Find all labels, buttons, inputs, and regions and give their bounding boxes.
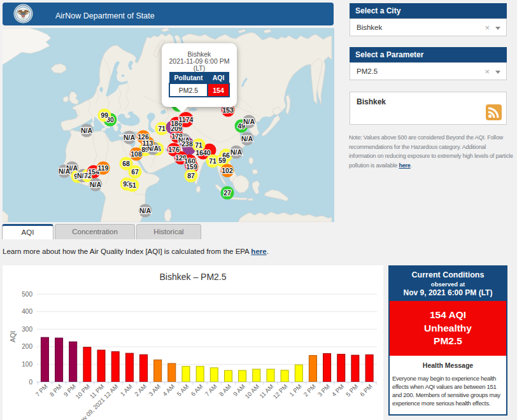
svg-text:2 AM: 2 AM — [133, 383, 148, 398]
svg-text:7 PM: 7 PM — [34, 383, 49, 398]
svg-text:N/A: N/A — [241, 135, 253, 143]
svg-text:4 AM: 4 AM — [161, 383, 176, 398]
svg-text:N/A: N/A — [81, 127, 93, 134]
svg-text:102: 102 — [222, 167, 233, 174]
svg-text:8 AM: 8 AM — [218, 383, 232, 398]
svg-text:126: 126 — [138, 133, 149, 141]
svg-text:12 PM: 12 PM — [271, 383, 288, 400]
svg-text:100: 100 — [22, 361, 32, 368]
svg-text:AQI: AQI — [9, 331, 17, 342]
svg-text:200: 200 — [22, 343, 32, 350]
svg-text:6 AM: 6 AM — [190, 383, 204, 398]
svg-text:6 PM: 6 PM — [358, 383, 374, 398]
svg-text:71: 71 — [209, 157, 216, 165]
svg-text:159: 159 — [186, 163, 197, 171]
svg-text:68: 68 — [122, 160, 130, 167]
svg-text:0: 0 — [29, 379, 32, 386]
svg-text:27: 27 — [223, 189, 231, 197]
svg-text:N/A: N/A — [139, 207, 152, 214]
svg-text:10 AM: 10 AM — [243, 383, 260, 400]
svg-text:2 PM: 2 PM — [302, 383, 317, 398]
svg-text:176: 176 — [168, 146, 180, 153]
svg-text:1174: 1174 — [179, 116, 194, 123]
svg-text:238: 238 — [181, 140, 193, 148]
svg-text:99: 99 — [101, 111, 108, 119]
svg-text:3 AM: 3 AM — [147, 383, 162, 398]
svg-text:3 PM: 3 PM — [316, 383, 332, 398]
svg-text:71: 71 — [195, 141, 202, 149]
svg-text:59: 59 — [218, 157, 226, 164]
svg-text:153: 153 — [222, 106, 234, 114]
svg-text:N/A: N/A — [230, 148, 243, 156]
svg-text:4 PM: 4 PM — [330, 383, 346, 398]
svg-text:71: 71 — [158, 125, 166, 132]
svg-text:5 AM: 5 AM — [175, 383, 190, 398]
svg-text:1 AM: 1 AM — [119, 383, 134, 398]
svg-text:51: 51 — [129, 181, 136, 189]
svg-text:119: 119 — [98, 164, 109, 172]
svg-text:300: 300 — [22, 326, 32, 333]
svg-text:N/A: N/A — [243, 118, 255, 125]
svg-text:8 PM: 8 PM — [48, 383, 64, 398]
svg-text:7 AM: 7 AM — [204, 383, 218, 398]
svg-text:1 PM: 1 PM — [288, 383, 303, 398]
svg-text:N/A: N/A — [124, 134, 136, 141]
svg-text:5 PM: 5 PM — [344, 383, 360, 398]
svg-text:Bishkek – PM2.5: Bishkek – PM2.5 — [159, 272, 226, 282]
svg-text:10 PM: 10 PM — [74, 383, 91, 400]
svg-text:400: 400 — [22, 308, 32, 315]
svg-text:N/A: N/A — [90, 181, 102, 188]
svg-text:N/A: N/A — [59, 167, 71, 175]
svg-text:87: 87 — [187, 172, 195, 179]
svg-text:67: 67 — [131, 168, 139, 176]
svg-text:1640: 1640 — [195, 149, 211, 157]
svg-text:108: 108 — [131, 150, 142, 158]
svg-text:500: 500 — [22, 291, 32, 298]
svg-text:11 AM: 11 AM — [258, 383, 274, 400]
